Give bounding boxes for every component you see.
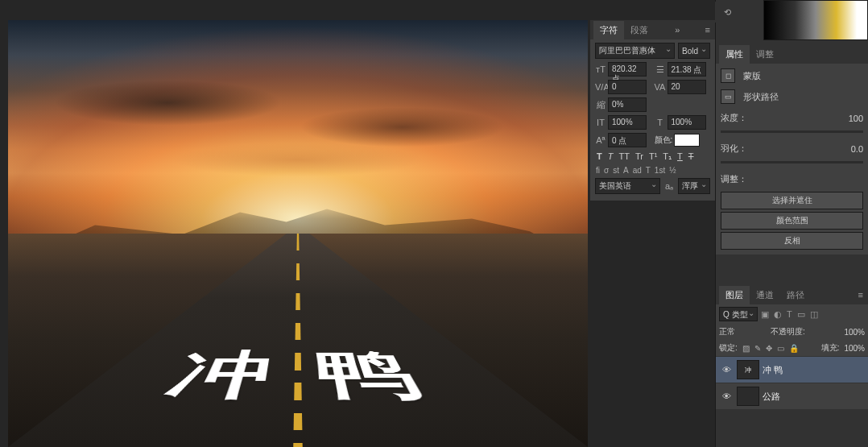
hscale-v-input[interactable]: 100%	[608, 115, 647, 130]
filter-smart-icon[interactable]: ◫	[808, 309, 820, 320]
layer-row-text[interactable]: 👁 冲 冲 鸭	[716, 356, 868, 383]
character-panel: 阿里巴巴普惠体 Bold тT820.32 点 ☰21.38 点 V/A0 VA…	[590, 39, 715, 201]
tab-paths[interactable]: 路径	[780, 286, 811, 304]
italic-button[interactable]: T	[606, 151, 615, 163]
stylistic-button[interactable]: ad	[632, 165, 643, 176]
font-size-icon: тT	[595, 64, 606, 74]
discretionary-button[interactable]: st	[612, 165, 620, 176]
superscript-button[interactable]: T¹	[647, 151, 659, 163]
density-label: 浓度：	[721, 112, 753, 124]
underline-button[interactable]: T	[676, 151, 684, 163]
filter-type-icon[interactable]: T	[785, 309, 794, 319]
blend-mode-select[interactable]: 正常	[719, 326, 767, 337]
hscale-h-input[interactable]: 100%	[668, 115, 706, 130]
right-panels: 属性 调整 ◻ 蒙版 ▭ 形状路径 浓度： 100 羽化： 0.0 调	[715, 0, 868, 447]
lock-pos-icon[interactable]: ✥	[766, 344, 772, 353]
layer-row-background[interactable]: 👁 公路	[716, 383, 868, 409]
fill-value[interactable]: 100%	[844, 344, 865, 353]
ligature-button[interactable]: fi	[595, 165, 601, 176]
font-family-select[interactable]: 阿里巴巴普惠体	[595, 43, 675, 59]
allcaps-button[interactable]: TT	[617, 151, 630, 163]
strike-button[interactable]: Ŧ	[687, 151, 696, 163]
visibility-toggle-icon[interactable]: 👁	[719, 391, 734, 401]
subscript-button[interactable]: T₁	[661, 151, 673, 163]
tab-adjustments[interactable]: 调整	[750, 45, 780, 64]
tab-layers[interactable]: 图层	[719, 286, 750, 304]
shape-path-label: 形状路径	[743, 91, 779, 103]
baseline-icon: Aª	[595, 135, 606, 145]
leading-input[interactable]: 21.38 点	[668, 62, 706, 77]
density-value: 100	[758, 114, 863, 123]
tracking-input[interactable]: 20	[668, 80, 706, 94]
collapse-icon[interactable]: »	[670, 25, 684, 35]
contextual-button[interactable]: σ	[603, 165, 610, 176]
lock-all-icon[interactable]: 🔒	[789, 344, 799, 353]
layers-menu-icon[interactable]: ≡	[854, 290, 868, 300]
kerning-input[interactable]: 0	[608, 80, 647, 94]
lock-fill-row: 锁定: ▨ ✎ ✥ ▭ 🔒 填充: 100%	[716, 340, 868, 356]
filter-shape-icon[interactable]: ▭	[796, 309, 807, 320]
lock-image-icon[interactable]: ✎	[754, 344, 761, 353]
tab-channels[interactable]: 通道	[750, 286, 780, 304]
filter-kind-select[interactable]: Q 类型	[719, 307, 758, 321]
mask-thumb-icon[interactable]: ◻	[721, 68, 735, 83]
fractions-button[interactable]: ½	[668, 165, 676, 176]
type-style-buttons: T T TT Tr T¹ T₁ T Ŧ	[595, 151, 710, 163]
color-swatch[interactable]	[674, 134, 700, 147]
panel-menu-icon[interactable]: ≡	[701, 25, 715, 35]
lock-label: 锁定:	[719, 342, 738, 354]
tab-character[interactable]: 字符	[593, 21, 624, 39]
lock-trans-icon[interactable]: ▨	[742, 344, 750, 353]
layers-filter-toolbar: Q 类型 ▣ ◐ T ▭ ◫	[716, 304, 868, 324]
text-layer[interactable]: 冲 鸭	[149, 343, 448, 415]
color-label: 颜色:	[655, 135, 673, 146]
feather-slider[interactable]	[721, 161, 863, 163]
antialias-select[interactable]: 浑厚	[678, 178, 710, 194]
baseline-input[interactable]: 0 点	[608, 133, 647, 147]
refine-label: 调整：	[721, 173, 753, 185]
swash-button[interactable]: A	[622, 165, 630, 176]
density-slider[interactable]	[721, 130, 863, 133]
tab-paragraph[interactable]: 段落	[624, 21, 655, 39]
character-panel-tabs: 字符 段落 » ≡	[590, 20, 715, 39]
hscale-icon: IT	[595, 118, 606, 127]
properties-panel-container: 属性 调整 ◻ 蒙版 ▭ 形状路径 浓度： 100 羽化： 0.0 调	[716, 44, 868, 255]
character-panel-container: 字符 段落 » ≡ 阿里巴巴普惠体 Bold тT820.32 点 ☰21.38…	[590, 20, 715, 201]
filter-pixel-icon[interactable]: ▣	[759, 309, 771, 320]
layer-thumbnail[interactable]: 冲	[737, 360, 759, 379]
layer-thumbnail[interactable]	[737, 387, 759, 406]
vscale-input[interactable]: 0%	[608, 97, 647, 112]
hscale-t-icon: T	[655, 118, 666, 127]
smallcaps-button[interactable]: Tr	[634, 151, 645, 163]
filter-adjust-icon[interactable]: ◐	[772, 309, 783, 320]
language-select[interactable]: 美国英语	[595, 178, 660, 194]
clouds	[37, 54, 559, 216]
feather-value: 0.0	[758, 144, 863, 154]
layers-panel-container: 图层 通道 路径 ≡ Q 类型 ▣ ◐ T ▭ ◫ 正常 不透明度: 100% …	[716, 285, 868, 409]
layer-name[interactable]: 公路	[763, 391, 865, 403]
layer-name[interactable]: 冲 鸭	[763, 364, 865, 376]
font-style-select[interactable]: Bold	[678, 43, 710, 59]
gradient-preview[interactable]	[763, 0, 868, 40]
bold-button[interactable]: T	[595, 151, 604, 163]
tab-properties[interactable]: 属性	[719, 45, 750, 64]
history-icon[interactable]: ⟲	[715, 2, 739, 23]
select-and-mask-button[interactable]: 选择并遮住	[721, 192, 863, 209]
visibility-toggle-icon[interactable]: 👁	[719, 365, 734, 375]
titling-button[interactable]: T	[645, 165, 651, 176]
opacity-value[interactable]: 100%	[844, 328, 865, 337]
kerning-icon: V/A	[595, 82, 606, 92]
color-range-button[interactable]: 颜色范围	[721, 212, 863, 230]
path-thumb-icon[interactable]: ▭	[721, 89, 735, 104]
ordinals-button[interactable]: 1st	[654, 165, 666, 176]
properties-tabs: 属性 调整	[716, 44, 868, 64]
opentype-row: fi σ st A ad T 1st ½	[595, 165, 710, 176]
artwork: 冲 鸭	[8, 20, 588, 447]
lock-artboard-icon[interactable]: ▭	[777, 344, 784, 353]
font-size-input[interactable]: 820.32 点	[608, 62, 647, 77]
leading-icon: ☰	[655, 64, 666, 75]
canvas-area[interactable]: 冲 鸭	[8, 20, 588, 447]
properties-body: ◻ 蒙版 ▭ 形状路径 浓度： 100 羽化： 0.0 调整： 选择并遮住 颜色…	[716, 64, 868, 255]
fill-label: 填充:	[821, 342, 840, 354]
invert-button[interactable]: 反相	[721, 232, 863, 250]
